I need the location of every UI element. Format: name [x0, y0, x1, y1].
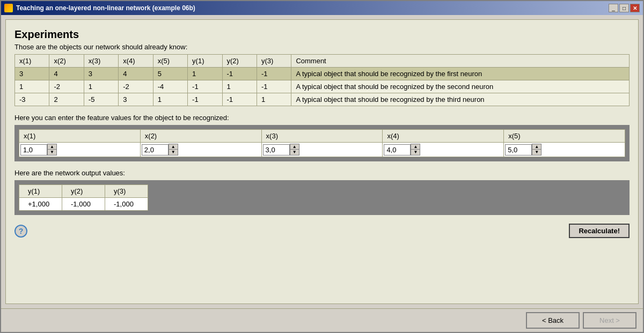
- spinner-input-x1[interactable]: [20, 144, 47, 156]
- cell: 2: [49, 93, 84, 106]
- spinner-btns-x3: ▲ ▼: [290, 144, 299, 156]
- minimize-button[interactable]: _: [609, 4, 618, 12]
- col-x3: x(3): [84, 55, 118, 68]
- spinner-btns-x2: ▲ ▼: [169, 144, 178, 156]
- col-x4: x(4): [119, 55, 153, 68]
- main-panel: Experiments Those are the objects our ne…: [5, 19, 639, 304]
- col-x5: x(5): [153, 55, 187, 68]
- input-table-container: x(1) x(2) x(3) x(4) x(5): [14, 125, 630, 161]
- input-value-row: ▲ ▼ ▲: [19, 143, 625, 157]
- spinner-down-x2[interactable]: ▼: [169, 150, 178, 155]
- input-table: x(1) x(2) x(3) x(4) x(5): [19, 129, 625, 157]
- spinner-up-x4[interactable]: ▲: [411, 144, 420, 150]
- col-comment: Comment: [291, 55, 630, 68]
- output-value-row: +1,000 -1,000 -1,000: [19, 198, 148, 211]
- col-y3: y(3): [257, 55, 291, 68]
- nav-bar: < Back Next >: [1, 308, 643, 332]
- cell: 1: [84, 80, 118, 93]
- spinner-up-x2[interactable]: ▲: [169, 144, 178, 150]
- cell: -5: [84, 93, 118, 106]
- main-window: Teaching an one-layered non-linear netwo…: [0, 0, 644, 333]
- spinner-btns-x5: ▲ ▼: [532, 144, 541, 156]
- output-section: Here are the network output values: y(1)…: [14, 169, 630, 215]
- cell: -3: [15, 93, 49, 106]
- table-row: 1 -2 1 -2 -4 -1 1 -1 A typical object th…: [15, 80, 630, 93]
- section-title: Experiments: [14, 28, 630, 41]
- cell: 1: [153, 93, 187, 106]
- input-cell-x2: ▲ ▼: [140, 143, 261, 157]
- cell-comment: A typical object that should be recogniz…: [291, 93, 630, 106]
- spinner-btns-x1: ▲ ▼: [47, 144, 57, 156]
- cell: 4: [49, 68, 84, 80]
- output-desc: Here are the network output values:: [14, 169, 630, 177]
- input-cell-x1: ▲ ▼: [19, 143, 141, 157]
- experiments-desc: Those are the objects our network should…: [14, 43, 630, 51]
- cell: 1: [15, 80, 49, 93]
- back-button[interactable]: < Back: [526, 312, 580, 329]
- app-icon: [4, 4, 13, 12]
- output-cell-y3: -1,000: [105, 198, 148, 211]
- feature-desc: Here you can enter the feature values fo…: [14, 114, 630, 122]
- spinner-btns-x4: ▲ ▼: [411, 144, 420, 156]
- spinner-down-x3[interactable]: ▼: [290, 150, 299, 155]
- output-header-row: y(1) y(2) y(3): [19, 185, 148, 198]
- input-cell-x4: ▲ ▼: [383, 143, 504, 157]
- help-button[interactable]: ?: [14, 225, 27, 238]
- col-y2: y(2): [222, 55, 257, 68]
- window-title: Teaching an one-layered non-linear netwo…: [16, 4, 195, 12]
- input-cell-x3: ▲ ▼: [261, 143, 383, 157]
- output-col-y2: y(2): [62, 185, 105, 198]
- input-col-x4: x(4): [383, 130, 504, 143]
- spinner-down-x4[interactable]: ▼: [411, 150, 420, 155]
- spinner-up-x3[interactable]: ▲: [290, 144, 299, 150]
- cell: 4: [119, 68, 153, 80]
- cell: 1: [257, 93, 291, 106]
- input-col-x5: x(5): [504, 130, 625, 143]
- experiments-table: x(1) x(2) x(3) x(4) x(5) y(1) y(2) y(3) …: [14, 54, 630, 106]
- input-col-x2: x(2): [140, 130, 261, 143]
- table-row: 3 4 3 4 5 1 -1 -1 A typical object that …: [15, 68, 630, 80]
- title-buttons: _ □ ✕: [609, 4, 640, 12]
- table-header-row: x(1) x(2) x(3) x(4) x(5) y(1) y(2) y(3) …: [15, 55, 630, 68]
- spinner-input-x5[interactable]: [505, 144, 532, 156]
- cell: -1: [222, 93, 257, 106]
- action-row: ? Recalculate!: [14, 220, 630, 239]
- spinner-down-x5[interactable]: ▼: [532, 150, 541, 155]
- cell: -2: [49, 80, 84, 93]
- spinner-input-x2[interactable]: [142, 144, 169, 156]
- cell: 3: [84, 68, 118, 80]
- cell-comment: A typical object that should be recogniz…: [291, 80, 630, 93]
- output-cell-y1: +1,000: [19, 198, 62, 211]
- output-col-y1: y(1): [19, 185, 62, 198]
- table-row: -3 2 -5 3 1 -1 -1 1 A typical object tha…: [15, 93, 630, 106]
- cell: 1: [222, 80, 257, 93]
- cell: 3: [119, 93, 153, 106]
- cell: -1: [188, 93, 222, 106]
- feature-section: Here you can enter the feature values fo…: [14, 114, 630, 161]
- spinner-up-x5[interactable]: ▲: [532, 144, 541, 150]
- content-area: Experiments Those are the objects our ne…: [1, 15, 643, 332]
- title-bar: Teaching an one-layered non-linear netwo…: [1, 1, 643, 15]
- spinner-input-x3[interactable]: [263, 144, 290, 156]
- input-col-x1: x(1): [19, 130, 141, 143]
- cell: 3: [15, 68, 49, 80]
- cell: -1: [188, 80, 222, 93]
- maximize-button[interactable]: □: [619, 4, 629, 12]
- spinner-down-x1[interactable]: ▼: [48, 150, 56, 155]
- cell-comment: A typical object that should be recogniz…: [291, 68, 630, 80]
- output-table: y(1) y(2) y(3) +1,000 -1,000 -1,000: [19, 184, 148, 211]
- spinner-input-x4[interactable]: [384, 144, 411, 156]
- output-cell-y2: -1,000: [62, 198, 105, 211]
- close-button[interactable]: ✕: [630, 4, 640, 12]
- col-x2: x(2): [49, 55, 84, 68]
- next-button[interactable]: Next >: [583, 312, 636, 329]
- spinner-up-x1[interactable]: ▲: [48, 144, 56, 150]
- experiments-section: Experiments Those are the objects our ne…: [14, 28, 630, 106]
- input-cell-x5: ▲ ▼: [504, 143, 625, 157]
- cell: -2: [119, 80, 153, 93]
- recalculate-button[interactable]: Recalculate!: [569, 224, 630, 238]
- title-bar-left: Teaching an one-layered non-linear netwo…: [4, 4, 195, 12]
- col-x1: x(1): [15, 55, 49, 68]
- cell: 5: [153, 68, 187, 80]
- cell: -1: [257, 80, 291, 93]
